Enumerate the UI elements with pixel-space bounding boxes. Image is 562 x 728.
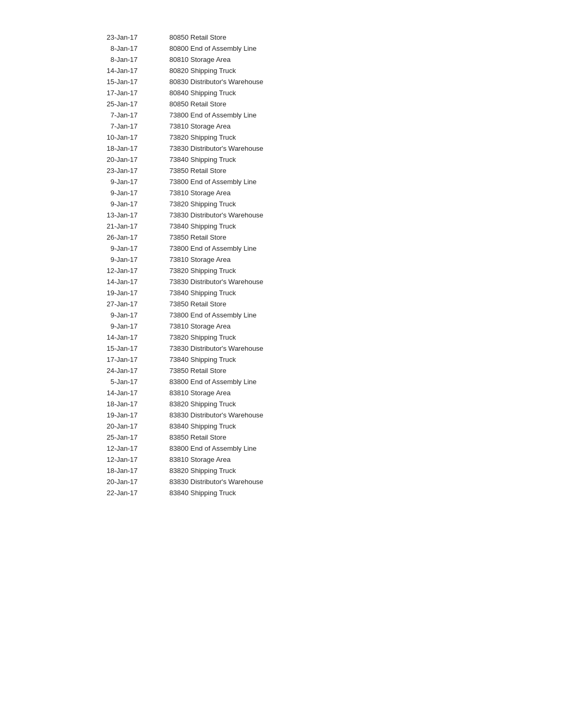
table-row: 10-Jan-17 73820 Shipping Truck	[85, 132, 520, 143]
location-cell: 73810 Storage Area	[169, 321, 520, 332]
location-cell: 83820 Shipping Truck	[169, 398, 520, 410]
table-row: 24-Jan-17 73850 Retail Store	[85, 365, 520, 376]
table-row: 9-Jan-17 73800 End of Assembly Line	[85, 176, 520, 187]
date-cell: 7-Jan-17	[85, 121, 169, 132]
table-row: 14-Jan-17 73830 Distributor's Warehouse	[85, 276, 520, 287]
location-cell: 83840 Shipping Truck	[169, 421, 520, 432]
date-cell: 21-Jan-17	[85, 221, 169, 232]
location-cell: 80820 Shipping Truck	[169, 65, 520, 76]
date-cell: 5-Jan-17	[85, 376, 169, 387]
location-cell: 80800 End of Assembly Line	[169, 43, 520, 54]
location-cell: 73800 End of Assembly Line	[169, 110, 520, 121]
location-cell: 80840 Shipping Truck	[169, 87, 520, 98]
table-row: 19-Jan-17 83830 Distributor's Warehouse	[85, 410, 520, 421]
date-cell: 20-Jan-17	[85, 154, 169, 165]
date-cell: 19-Jan-17	[85, 287, 169, 298]
location-cell: 83830 Distributor's Warehouse	[169, 476, 520, 487]
date-cell: 17-Jan-17	[85, 87, 169, 98]
date-cell: 9-Jan-17	[85, 187, 169, 198]
date-cell: 9-Jan-17	[85, 243, 169, 254]
date-cell: 20-Jan-17	[85, 421, 169, 432]
date-cell: 26-Jan-17	[85, 232, 169, 243]
date-cell: 20-Jan-17	[85, 476, 169, 487]
location-cell: 83800 End of Assembly Line	[169, 376, 520, 387]
date-cell: 22-Jan-17	[85, 487, 169, 498]
date-cell: 27-Jan-17	[85, 298, 169, 310]
date-cell: 7-Jan-17	[85, 110, 169, 121]
table-row: 9-Jan-17 73810 Storage Area	[85, 187, 520, 198]
date-cell: 15-Jan-17	[85, 343, 169, 354]
date-cell: 18-Jan-17	[85, 143, 169, 154]
date-cell: 18-Jan-17	[85, 398, 169, 410]
date-cell: 12-Jan-17	[85, 454, 169, 465]
table-row: 25-Jan-17 80850 Retail Store	[85, 98, 520, 110]
table-row: 26-Jan-17 73850 Retail Store	[85, 232, 520, 243]
location-cell: 73830 Distributor's Warehouse	[169, 343, 520, 354]
table-row: 12-Jan-17 73820 Shipping Truck	[85, 265, 520, 276]
date-cell: 19-Jan-17	[85, 410, 169, 421]
location-cell: 80850 Retail Store	[169, 98, 520, 110]
table-row: 18-Jan-17 83820 Shipping Truck	[85, 465, 520, 476]
table-row: 27-Jan-17 73850 Retail Store	[85, 298, 520, 310]
location-cell: 83850 Retail Store	[169, 432, 520, 443]
date-cell: 14-Jan-17	[85, 387, 169, 398]
table-row: 18-Jan-17 73830 Distributor's Warehouse	[85, 143, 520, 154]
table-row: 12-Jan-17 83810 Storage Area	[85, 454, 520, 465]
table-row: 8-Jan-17 80810 Storage Area	[85, 54, 520, 65]
table-row: 9-Jan-17 73810 Storage Area	[85, 254, 520, 265]
page-container: 23-Jan-17 80850 Retail Store 8-Jan-17 80…	[0, 0, 562, 530]
table-row: 9-Jan-17 73800 End of Assembly Line	[85, 243, 520, 254]
date-cell: 15-Jan-17	[85, 76, 169, 87]
date-cell: 12-Jan-17	[85, 443, 169, 454]
location-cell: 83820 Shipping Truck	[169, 465, 520, 476]
table-row: 22-Jan-17 83840 Shipping Truck	[85, 487, 520, 498]
location-cell: 73800 End of Assembly Line	[169, 176, 520, 187]
location-cell: 83810 Storage Area	[169, 454, 520, 465]
table-row: 14-Jan-17 80820 Shipping Truck	[85, 65, 520, 76]
table-row: 13-Jan-17 73830 Distributor's Warehouse	[85, 210, 520, 221]
location-cell: 73840 Shipping Truck	[169, 354, 520, 365]
location-cell: 73820 Shipping Truck	[169, 265, 520, 276]
date-cell: 23-Jan-17	[85, 165, 169, 176]
location-cell: 73800 End of Assembly Line	[169, 310, 520, 321]
table-row: 23-Jan-17 80850 Retail Store	[85, 32, 520, 43]
date-cell: 12-Jan-17	[85, 265, 169, 276]
table-row: 25-Jan-17 83850 Retail Store	[85, 432, 520, 443]
date-cell: 17-Jan-17	[85, 354, 169, 365]
location-cell: 73810 Storage Area	[169, 254, 520, 265]
table-row: 17-Jan-17 73840 Shipping Truck	[85, 354, 520, 365]
location-cell: 73840 Shipping Truck	[169, 287, 520, 298]
table-row: 8-Jan-17 80800 End of Assembly Line	[85, 43, 520, 54]
location-cell: 80810 Storage Area	[169, 54, 520, 65]
table-row: 20-Jan-17 83840 Shipping Truck	[85, 421, 520, 432]
date-cell: 9-Jan-17	[85, 310, 169, 321]
date-cell: 24-Jan-17	[85, 365, 169, 376]
table-row: 14-Jan-17 83810 Storage Area	[85, 387, 520, 398]
table-row: 19-Jan-17 73840 Shipping Truck	[85, 287, 520, 298]
location-cell: 73810 Storage Area	[169, 121, 520, 132]
location-cell: 73850 Retail Store	[169, 232, 520, 243]
table-row: 15-Jan-17 73830 Distributor's Warehouse	[85, 343, 520, 354]
location-cell: 73850 Retail Store	[169, 298, 520, 310]
location-cell: 83840 Shipping Truck	[169, 487, 520, 498]
location-cell: 73820 Shipping Truck	[169, 132, 520, 143]
table-row: 21-Jan-17 73840 Shipping Truck	[85, 221, 520, 232]
location-cell: 73850 Retail Store	[169, 165, 520, 176]
location-cell: 83810 Storage Area	[169, 387, 520, 398]
date-cell: 25-Jan-17	[85, 432, 169, 443]
date-cell: 14-Jan-17	[85, 276, 169, 287]
location-cell: 73800 End of Assembly Line	[169, 243, 520, 254]
table-row: 9-Jan-17 73810 Storage Area	[85, 321, 520, 332]
date-cell: 8-Jan-17	[85, 43, 169, 54]
location-cell: 73830 Distributor's Warehouse	[169, 143, 520, 154]
table-row: 15-Jan-17 80830 Distributor's Warehouse	[85, 76, 520, 87]
date-cell: 25-Jan-17	[85, 98, 169, 110]
table-row: 5-Jan-17 83800 End of Assembly Line	[85, 376, 520, 387]
location-cell: 83800 End of Assembly Line	[169, 443, 520, 454]
date-cell: 9-Jan-17	[85, 198, 169, 210]
location-cell: 73820 Shipping Truck	[169, 332, 520, 343]
table-row: 17-Jan-17 80840 Shipping Truck	[85, 87, 520, 98]
table-row: 7-Jan-17 73800 End of Assembly Line	[85, 110, 520, 121]
table-row: 12-Jan-17 83800 End of Assembly Line	[85, 443, 520, 454]
table-row: 23-Jan-17 73850 Retail Store	[85, 165, 520, 176]
